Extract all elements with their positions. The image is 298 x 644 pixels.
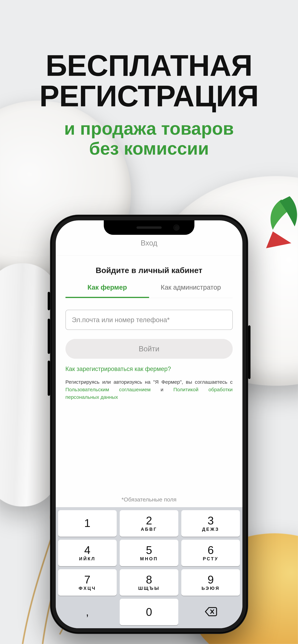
required-fields-note: *Обязательные поля <box>56 491 242 507</box>
promo-title: БЕСПЛАТНАЯ РЕГИСТРАЦИЯ <box>0 50 298 111</box>
key-4[interactable]: 4ИЙКЛ <box>58 540 117 566</box>
key-8[interactable]: 8ШЩЪЫ <box>120 569 178 596</box>
tab-admin[interactable]: Как администратор <box>149 284 233 298</box>
phone-notch <box>104 220 194 235</box>
login-tabs: Как фермер Как администратор <box>66 284 233 298</box>
brand-leaf-icon <box>261 193 298 250</box>
key-3[interactable]: 3ДЕЖЗ <box>181 510 240 537</box>
terms-link[interactable]: Пользовательским соглашением <box>66 387 151 392</box>
promo-headline: БЕСПЛАТНАЯ РЕГИСТРАЦИЯ и продажа товаров… <box>0 0 298 158</box>
register-as-farmer-link[interactable]: Как зарегистрироваться как фермер? <box>66 366 233 372</box>
login-button[interactable]: Войти <box>66 339 233 359</box>
key-5[interactable]: 5МНОП <box>120 540 178 566</box>
login-input[interactable] <box>66 310 233 330</box>
navbar-title: Вход <box>56 239 242 247</box>
login-heading: Войдите в личный кабинет <box>66 266 233 275</box>
key-9[interactable]: 9ЬЭЮЯ <box>181 569 240 596</box>
legal-text: Регистрируясь или авторизуясь на "Я Ферм… <box>66 378 233 401</box>
key-1[interactable]: 1 <box>58 510 117 537</box>
backspace-icon <box>204 604 218 619</box>
tab-farmer[interactable]: Как фермер <box>66 284 149 298</box>
key-comma[interactable]: , <box>58 599 117 625</box>
key-backspace[interactable] <box>181 599 240 625</box>
key-0[interactable]: 0 <box>120 599 178 625</box>
key-7[interactable]: 7ФХЦЧ <box>58 569 117 596</box>
phone-mockup: Вход Войдите в личный кабинет Как фермер… <box>50 215 248 634</box>
key-2[interactable]: 2АБВГ <box>120 510 178 537</box>
key-6[interactable]: 6РСТУ <box>181 540 240 566</box>
numeric-keyboard: 1 2АБВГ 3ДЕЖЗ 4ИЙКЛ 5МНОП 6РСТУ 7ФХЦЧ 8Ш… <box>56 507 242 628</box>
promo-subtitle: и продажа товаров без комиссии <box>0 118 298 158</box>
